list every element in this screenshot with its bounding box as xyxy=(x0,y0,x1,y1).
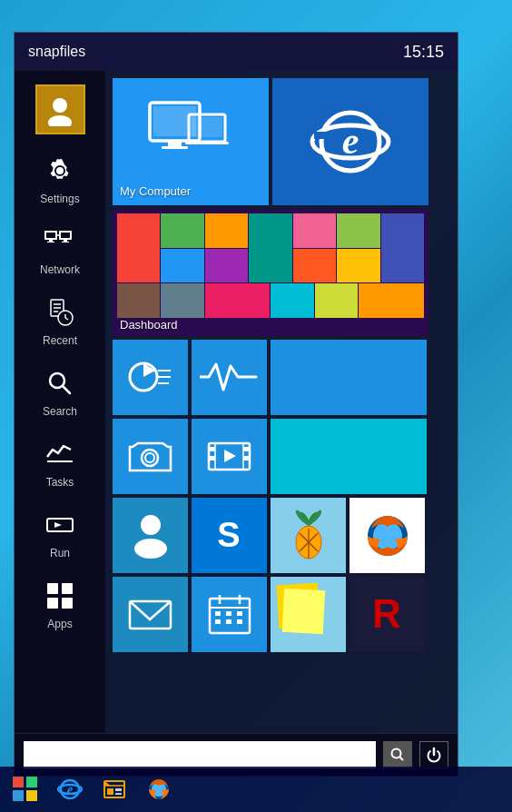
start-title: snapfiles xyxy=(28,44,85,60)
win-logo-yellow xyxy=(26,790,37,801)
svg-rect-31 xyxy=(192,117,222,137)
svg-rect-69 xyxy=(237,619,242,624)
start-body: Settings xyxy=(15,71,458,733)
desktop: snapfiles 15:15 xyxy=(0,0,512,812)
svg-rect-9 xyxy=(62,242,69,243)
search-input[interactable] xyxy=(24,741,376,768)
calendar-icon xyxy=(206,591,253,639)
svg-rect-8 xyxy=(64,240,67,242)
skype-icon: S xyxy=(204,510,254,560)
tropical-icon xyxy=(281,506,336,565)
sidebar-item-tasks[interactable]: Tasks xyxy=(15,427,105,498)
svg-rect-22 xyxy=(47,583,58,594)
taskbar-explorer-icon xyxy=(102,777,127,802)
tiles-row-1: My Computer e xyxy=(113,78,450,205)
svg-point-51 xyxy=(134,539,167,559)
user-icon xyxy=(44,94,76,126)
svg-rect-68 xyxy=(226,619,231,624)
tile-my-computer[interactable]: My Computer xyxy=(113,78,269,205)
win-logo-red xyxy=(13,777,24,787)
network-icon xyxy=(42,223,78,260)
tile-firefox-1[interactable] xyxy=(350,498,425,573)
start-menu: snapfiles 15:15 xyxy=(14,32,458,777)
taskbar-explorer-button[interactable] xyxy=(94,770,134,808)
svg-rect-28 xyxy=(168,141,182,146)
tile-camera[interactable] xyxy=(113,419,188,494)
svg-rect-67 xyxy=(215,619,221,624)
sidebar-search-label: Search xyxy=(43,405,77,418)
svg-text:R: R xyxy=(372,591,401,636)
svg-point-0 xyxy=(53,98,67,113)
tile-ie[interactable]: e xyxy=(272,78,428,205)
person-icon xyxy=(128,510,173,560)
svg-rect-7 xyxy=(61,233,70,238)
firefox-icon xyxy=(360,509,415,563)
tile-rocketdock[interactable]: R xyxy=(350,577,425,652)
sidebar-item-recent[interactable]: Recent xyxy=(15,285,105,356)
tile-film[interactable] xyxy=(192,419,267,494)
svg-rect-47 xyxy=(243,456,250,460)
tiles-area: My Computer e xyxy=(105,71,458,733)
tiles-row-2: Dashboard xyxy=(113,209,450,336)
tile-notes[interactable] xyxy=(271,577,346,652)
svg-rect-5 xyxy=(47,242,54,243)
svg-rect-4 xyxy=(49,240,53,242)
tile-person[interactable] xyxy=(113,498,188,573)
sidebar-item-network[interactable]: Network xyxy=(15,214,105,285)
sidebar-item-apps[interactable]: Apps xyxy=(15,569,105,639)
sidebar-item-run[interactable]: Run xyxy=(15,498,105,569)
start-header: snapfiles 15:15 xyxy=(15,33,458,71)
svg-rect-23 xyxy=(62,583,73,594)
footer-search-icon xyxy=(390,748,405,762)
tiles-row-6: R xyxy=(113,577,450,652)
sidebar-apps-label: Apps xyxy=(47,618,72,630)
svg-point-42 xyxy=(145,453,154,462)
taskbar-ie-icon: e xyxy=(57,777,83,802)
taskbar-start-button[interactable] xyxy=(5,770,45,808)
camera-icon xyxy=(125,436,175,477)
sidebar-item-search[interactable]: Search xyxy=(15,356,105,427)
power-button[interactable] xyxy=(419,741,448,768)
windows-logo xyxy=(13,777,38,802)
run-icon xyxy=(42,507,78,543)
taskbar-firefox-button[interactable] xyxy=(138,770,179,808)
tile-mail[interactable] xyxy=(113,577,188,652)
tile-pie[interactable] xyxy=(113,340,188,415)
win-logo-green xyxy=(26,777,37,787)
tile-calendar[interactable] xyxy=(192,577,267,652)
svg-line-72 xyxy=(400,758,404,761)
svg-rect-79 xyxy=(115,793,122,795)
svg-rect-32 xyxy=(185,142,229,144)
tile-dashboard[interactable]: Dashboard xyxy=(113,209,428,336)
tile-empty-2[interactable] xyxy=(271,419,427,494)
sidebar-item-user[interactable] xyxy=(15,75,105,144)
gear-icon xyxy=(42,153,78,189)
ie-icon-container: e xyxy=(272,78,428,205)
tile-pulse[interactable] xyxy=(192,340,267,415)
search-icon xyxy=(42,365,78,401)
svg-point-41 xyxy=(142,450,158,466)
power-icon xyxy=(426,747,442,763)
tasks-icon xyxy=(42,436,78,472)
tile-tropical[interactable] xyxy=(271,498,346,573)
svg-text:e: e xyxy=(342,120,359,162)
tile-skype[interactable]: S xyxy=(192,498,267,573)
win-logo-blue xyxy=(13,790,24,801)
sidebar: Settings xyxy=(15,71,105,733)
taskbar-ie-button[interactable]: e xyxy=(49,770,90,808)
taskbar: e xyxy=(0,767,512,812)
sidebar-run-label: Run xyxy=(50,547,70,559)
svg-line-19 xyxy=(63,386,70,393)
avatar xyxy=(35,84,85,134)
mail-icon xyxy=(125,594,175,635)
svg-rect-24 xyxy=(47,598,58,609)
sidebar-settings-label: Settings xyxy=(40,193,79,205)
svg-rect-20 xyxy=(47,460,73,462)
start-time: 15:15 xyxy=(403,43,444,62)
svg-rect-44 xyxy=(209,447,215,451)
sidebar-item-settings[interactable]: Settings xyxy=(15,144,105,214)
search-button[interactable] xyxy=(383,741,412,768)
tile-empty-1[interactable] xyxy=(271,340,427,415)
svg-rect-66 xyxy=(237,611,242,616)
svg-rect-46 xyxy=(243,447,250,451)
